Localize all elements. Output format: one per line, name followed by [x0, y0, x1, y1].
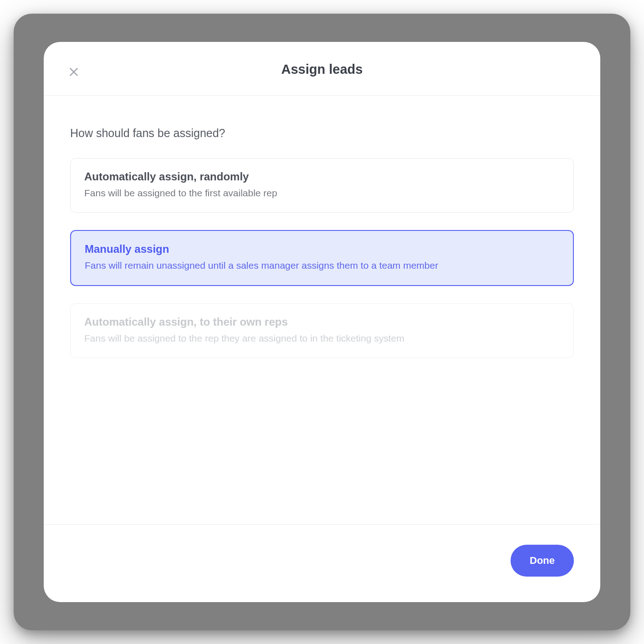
option-desc: Fans will be assigned to the first avail…: [84, 187, 560, 199]
option-title: Manually assign: [85, 243, 559, 256]
option-auto-random[interactable]: Automatically assign, randomly Fans will…: [70, 158, 574, 213]
option-title: Automatically assign, to their own reps: [84, 316, 560, 328]
close-icon: [68, 66, 80, 78]
option-auto-own-reps: Automatically assign, to their own reps …: [70, 303, 574, 358]
dialog-header: Assign leads: [44, 42, 600, 96]
done-button[interactable]: Done: [511, 545, 574, 577]
dialog-body: How should fans be assigned? Automatical…: [44, 96, 600, 524]
option-title: Automatically assign, randomly: [84, 170, 560, 183]
dialog-title: Assign leads: [281, 62, 363, 77]
question-label: How should fans be assigned?: [70, 127, 574, 140]
option-manual[interactable]: Manually assign Fans will remain unassig…: [70, 230, 574, 286]
option-desc: Fans will be assigned to the rep they ar…: [84, 332, 560, 345]
option-desc: Fans will remain unassigned until a sale…: [85, 259, 559, 272]
assign-leads-dialog: Assign leads How should fans be assigned…: [44, 42, 600, 602]
dialog-footer: Done: [44, 524, 600, 602]
close-button[interactable]: [67, 66, 80, 78]
